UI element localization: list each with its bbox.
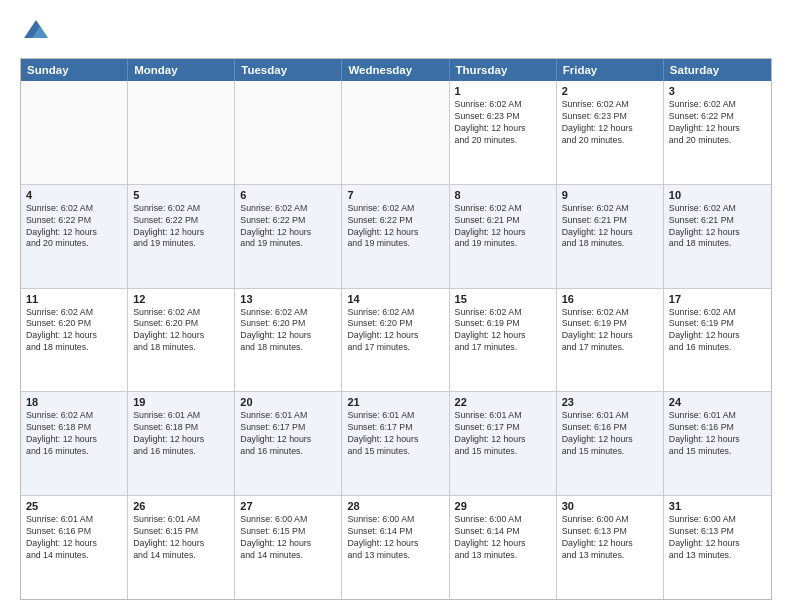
calendar-cell: 27Sunrise: 6:00 AM Sunset: 6:15 PM Dayli… bbox=[235, 496, 342, 599]
calendar-cell bbox=[235, 81, 342, 184]
calendar-cell: 1Sunrise: 6:02 AM Sunset: 6:23 PM Daylig… bbox=[450, 81, 557, 184]
calendar-cell: 19Sunrise: 6:01 AM Sunset: 6:18 PM Dayli… bbox=[128, 392, 235, 495]
cell-info: Sunrise: 6:02 AM Sunset: 6:20 PM Dayligh… bbox=[26, 307, 122, 355]
cell-info: Sunrise: 6:02 AM Sunset: 6:19 PM Dayligh… bbox=[455, 307, 551, 355]
cell-info: Sunrise: 6:02 AM Sunset: 6:20 PM Dayligh… bbox=[347, 307, 443, 355]
day-number: 16 bbox=[562, 293, 658, 305]
weekday-header: Friday bbox=[557, 59, 664, 81]
cell-info: Sunrise: 6:02 AM Sunset: 6:19 PM Dayligh… bbox=[562, 307, 658, 355]
day-number: 31 bbox=[669, 500, 766, 512]
day-number: 13 bbox=[240, 293, 336, 305]
cell-info: Sunrise: 6:01 AM Sunset: 6:16 PM Dayligh… bbox=[669, 410, 766, 458]
calendar-cell: 13Sunrise: 6:02 AM Sunset: 6:20 PM Dayli… bbox=[235, 289, 342, 392]
day-number: 30 bbox=[562, 500, 658, 512]
cell-info: Sunrise: 6:02 AM Sunset: 6:19 PM Dayligh… bbox=[669, 307, 766, 355]
cell-info: Sunrise: 6:01 AM Sunset: 6:17 PM Dayligh… bbox=[240, 410, 336, 458]
calendar-row: 11Sunrise: 6:02 AM Sunset: 6:20 PM Dayli… bbox=[21, 289, 771, 393]
day-number: 25 bbox=[26, 500, 122, 512]
weekday-header: Tuesday bbox=[235, 59, 342, 81]
day-number: 21 bbox=[347, 396, 443, 408]
calendar-cell: 23Sunrise: 6:01 AM Sunset: 6:16 PM Dayli… bbox=[557, 392, 664, 495]
cell-info: Sunrise: 6:02 AM Sunset: 6:20 PM Dayligh… bbox=[133, 307, 229, 355]
day-number: 22 bbox=[455, 396, 551, 408]
day-number: 27 bbox=[240, 500, 336, 512]
cell-info: Sunrise: 6:01 AM Sunset: 6:18 PM Dayligh… bbox=[133, 410, 229, 458]
weekday-header: Thursday bbox=[450, 59, 557, 81]
calendar-cell: 29Sunrise: 6:00 AM Sunset: 6:14 PM Dayli… bbox=[450, 496, 557, 599]
calendar-cell: 22Sunrise: 6:01 AM Sunset: 6:17 PM Dayli… bbox=[450, 392, 557, 495]
day-number: 23 bbox=[562, 396, 658, 408]
page: SundayMondayTuesdayWednesdayThursdayFrid… bbox=[0, 0, 792, 612]
cell-info: Sunrise: 6:00 AM Sunset: 6:14 PM Dayligh… bbox=[455, 514, 551, 562]
cell-info: Sunrise: 6:02 AM Sunset: 6:21 PM Dayligh… bbox=[669, 203, 766, 251]
calendar-cell: 8Sunrise: 6:02 AM Sunset: 6:21 PM Daylig… bbox=[450, 185, 557, 288]
calendar-cell: 5Sunrise: 6:02 AM Sunset: 6:22 PM Daylig… bbox=[128, 185, 235, 288]
calendar-cell: 30Sunrise: 6:00 AM Sunset: 6:13 PM Dayli… bbox=[557, 496, 664, 599]
cell-info: Sunrise: 6:00 AM Sunset: 6:13 PM Dayligh… bbox=[562, 514, 658, 562]
weekday-header: Sunday bbox=[21, 59, 128, 81]
day-number: 28 bbox=[347, 500, 443, 512]
day-number: 7 bbox=[347, 189, 443, 201]
logo-icon bbox=[20, 16, 52, 48]
calendar-cell: 20Sunrise: 6:01 AM Sunset: 6:17 PM Dayli… bbox=[235, 392, 342, 495]
cell-info: Sunrise: 6:02 AM Sunset: 6:23 PM Dayligh… bbox=[562, 99, 658, 147]
calendar-cell: 16Sunrise: 6:02 AM Sunset: 6:19 PM Dayli… bbox=[557, 289, 664, 392]
calendar-cell bbox=[21, 81, 128, 184]
calendar-cell: 15Sunrise: 6:02 AM Sunset: 6:19 PM Dayli… bbox=[450, 289, 557, 392]
day-number: 9 bbox=[562, 189, 658, 201]
day-number: 20 bbox=[240, 396, 336, 408]
calendar-cell bbox=[128, 81, 235, 184]
day-number: 29 bbox=[455, 500, 551, 512]
day-number: 17 bbox=[669, 293, 766, 305]
calendar-cell: 18Sunrise: 6:02 AM Sunset: 6:18 PM Dayli… bbox=[21, 392, 128, 495]
calendar-cell: 12Sunrise: 6:02 AM Sunset: 6:20 PM Dayli… bbox=[128, 289, 235, 392]
day-number: 11 bbox=[26, 293, 122, 305]
cell-info: Sunrise: 6:01 AM Sunset: 6:17 PM Dayligh… bbox=[455, 410, 551, 458]
day-number: 1 bbox=[455, 85, 551, 97]
calendar-cell: 25Sunrise: 6:01 AM Sunset: 6:16 PM Dayli… bbox=[21, 496, 128, 599]
day-number: 3 bbox=[669, 85, 766, 97]
calendar-cell: 28Sunrise: 6:00 AM Sunset: 6:14 PM Dayli… bbox=[342, 496, 449, 599]
day-number: 12 bbox=[133, 293, 229, 305]
weekday-header: Saturday bbox=[664, 59, 771, 81]
calendar-row: 25Sunrise: 6:01 AM Sunset: 6:16 PM Dayli… bbox=[21, 496, 771, 599]
cell-info: Sunrise: 6:01 AM Sunset: 6:16 PM Dayligh… bbox=[26, 514, 122, 562]
calendar-cell: 24Sunrise: 6:01 AM Sunset: 6:16 PM Dayli… bbox=[664, 392, 771, 495]
cell-info: Sunrise: 6:02 AM Sunset: 6:22 PM Dayligh… bbox=[26, 203, 122, 251]
cell-info: Sunrise: 6:02 AM Sunset: 6:22 PM Dayligh… bbox=[347, 203, 443, 251]
weekday-header: Wednesday bbox=[342, 59, 449, 81]
cell-info: Sunrise: 6:02 AM Sunset: 6:23 PM Dayligh… bbox=[455, 99, 551, 147]
calendar-row: 4Sunrise: 6:02 AM Sunset: 6:22 PM Daylig… bbox=[21, 185, 771, 289]
calendar-cell: 11Sunrise: 6:02 AM Sunset: 6:20 PM Dayli… bbox=[21, 289, 128, 392]
weekday-header: Monday bbox=[128, 59, 235, 81]
day-number: 4 bbox=[26, 189, 122, 201]
calendar-cell: 4Sunrise: 6:02 AM Sunset: 6:22 PM Daylig… bbox=[21, 185, 128, 288]
calendar-cell: 14Sunrise: 6:02 AM Sunset: 6:20 PM Dayli… bbox=[342, 289, 449, 392]
calendar-cell: 7Sunrise: 6:02 AM Sunset: 6:22 PM Daylig… bbox=[342, 185, 449, 288]
calendar-row: 18Sunrise: 6:02 AM Sunset: 6:18 PM Dayli… bbox=[21, 392, 771, 496]
logo bbox=[20, 16, 56, 48]
cell-info: Sunrise: 6:02 AM Sunset: 6:22 PM Dayligh… bbox=[240, 203, 336, 251]
calendar-cell: 2Sunrise: 6:02 AM Sunset: 6:23 PM Daylig… bbox=[557, 81, 664, 184]
calendar-cell: 6Sunrise: 6:02 AM Sunset: 6:22 PM Daylig… bbox=[235, 185, 342, 288]
calendar-cell bbox=[342, 81, 449, 184]
day-number: 15 bbox=[455, 293, 551, 305]
calendar-cell: 17Sunrise: 6:02 AM Sunset: 6:19 PM Dayli… bbox=[664, 289, 771, 392]
calendar-row: 1Sunrise: 6:02 AM Sunset: 6:23 PM Daylig… bbox=[21, 81, 771, 185]
cell-info: Sunrise: 6:00 AM Sunset: 6:13 PM Dayligh… bbox=[669, 514, 766, 562]
calendar-container: SundayMondayTuesdayWednesdayThursdayFrid… bbox=[20, 58, 772, 600]
day-number: 14 bbox=[347, 293, 443, 305]
calendar-body: 1Sunrise: 6:02 AM Sunset: 6:23 PM Daylig… bbox=[21, 81, 771, 599]
cell-info: Sunrise: 6:00 AM Sunset: 6:14 PM Dayligh… bbox=[347, 514, 443, 562]
calendar-cell: 26Sunrise: 6:01 AM Sunset: 6:15 PM Dayli… bbox=[128, 496, 235, 599]
calendar-cell: 9Sunrise: 6:02 AM Sunset: 6:21 PM Daylig… bbox=[557, 185, 664, 288]
header bbox=[20, 16, 772, 48]
calendar-header: SundayMondayTuesdayWednesdayThursdayFrid… bbox=[21, 59, 771, 81]
day-number: 26 bbox=[133, 500, 229, 512]
cell-info: Sunrise: 6:01 AM Sunset: 6:15 PM Dayligh… bbox=[133, 514, 229, 562]
cell-info: Sunrise: 6:02 AM Sunset: 6:21 PM Dayligh… bbox=[455, 203, 551, 251]
day-number: 24 bbox=[669, 396, 766, 408]
day-number: 18 bbox=[26, 396, 122, 408]
cell-info: Sunrise: 6:01 AM Sunset: 6:17 PM Dayligh… bbox=[347, 410, 443, 458]
day-number: 5 bbox=[133, 189, 229, 201]
